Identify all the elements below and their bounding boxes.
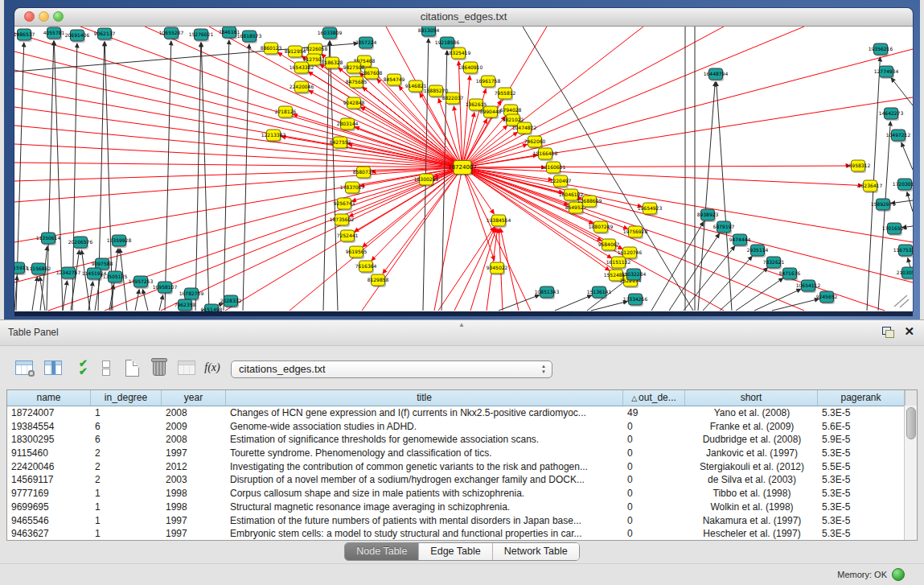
edge[interactable]	[891, 78, 913, 105]
citation-edge[interactable]	[462, 27, 804, 167]
table-row[interactable]: 946362711997Embryonic stem cells: a mode…	[7, 527, 917, 541]
node-label: 9684067	[598, 241, 620, 247]
node-label: 7616364	[355, 263, 377, 269]
node-label: 2867608	[361, 70, 383, 76]
citation-edge[interactable]	[290, 167, 462, 311]
node-label: 16120746	[618, 249, 643, 255]
table-cell: Structural magnetic resonance image aver…	[226, 501, 623, 514]
table-cell: 1998	[162, 501, 226, 514]
table-cell: 49	[623, 406, 685, 420]
table-row[interactable]: 1938455462009Genome-wide association stu…	[7, 420, 917, 434]
citation-edge[interactable]	[14, 51, 462, 167]
edge[interactable]	[195, 43, 201, 311]
node-label: 16818573	[237, 33, 262, 39]
edge[interactable]	[772, 299, 819, 311]
column-header-name[interactable]: name	[7, 390, 91, 406]
citation-edge[interactable]	[462, 167, 611, 258]
table-cell: Yano et al. (2008)	[685, 406, 818, 420]
node-table: namein_degreeyeartitle△out_de...shortpag…	[6, 389, 918, 541]
edge[interactable]	[330, 41, 338, 311]
table-row[interactable]: 977716911998Corpus callosum shape and si…	[7, 487, 917, 501]
panel-drag-handle[interactable]: ▲	[458, 321, 465, 328]
delete-column-icon[interactable]	[148, 357, 170, 378]
table-row[interactable]: 969969511998Structural magnetic resonanc…	[7, 501, 917, 514]
tab-edge-table[interactable]: Edge Table	[419, 543, 492, 560]
table-scrollbar[interactable]	[904, 406, 917, 540]
function-builder-icon[interactable]: f(x)	[201, 357, 224, 378]
node-label: 1486537	[14, 31, 35, 37]
table-panel-header[interactable]: Table Panel ▲ ✕	[0, 319, 924, 346]
node-label: 7462060	[524, 138, 546, 144]
edge[interactable]	[81, 250, 90, 311]
edge[interactable]	[698, 82, 715, 311]
node-label: 2935114	[747, 247, 769, 253]
window-titlebar[interactable]: citations_edges.txt	[14, 8, 913, 27]
edge[interactable]	[32, 277, 37, 311]
citation-edge[interactable]	[161, 167, 462, 311]
table-row[interactable]: 2242004622012Investigating the contribut…	[7, 460, 917, 474]
node-label: 17203016	[893, 181, 913, 187]
tab-network-table[interactable]: Network Table	[493, 543, 579, 560]
network-canvas[interactable]: 8860123891295418226058912750316543382818…	[14, 27, 913, 311]
edge[interactable]	[878, 122, 890, 311]
table-settings-icon[interactable]	[13, 357, 35, 378]
scrollbar-thumb[interactable]	[906, 407, 916, 439]
node-label: 19756928	[623, 229, 648, 234]
edge[interactable]	[243, 44, 249, 311]
table-row[interactable]: 946554611997Estimation of the future num…	[7, 514, 917, 528]
edge[interactable]	[159, 295, 163, 311]
unselect-all-icon[interactable]	[95, 357, 117, 378]
edge[interactable]	[901, 142, 913, 170]
edge[interactable]	[224, 40, 229, 311]
column-header-pagerank[interactable]: pagerank	[818, 390, 905, 406]
citation-edge[interactable]	[462, 166, 850, 167]
show-columns-icon[interactable]	[42, 357, 64, 378]
citation-edge[interactable]	[462, 27, 643, 167]
column-header-year[interactable]: year	[162, 390, 226, 406]
edge[interactable]	[63, 281, 68, 311]
column-header-out_de[interactable]: △out_de...	[623, 390, 685, 406]
edge[interactable]	[907, 192, 913, 212]
node-label: 15958312	[846, 163, 871, 168]
close-panel-icon[interactable]: ✕	[904, 324, 914, 339]
new-column-icon[interactable]	[121, 357, 143, 378]
edge[interactable]	[555, 295, 592, 311]
column-header-title[interactable]: title	[226, 390, 623, 406]
column-header-short[interactable]: short	[685, 390, 818, 406]
node-label: 7252441	[337, 233, 359, 238]
select-all-icon[interactable]: ✔✔	[71, 357, 93, 378]
table-row[interactable]: 1872400712008Changes of HCN gene express…	[7, 406, 917, 420]
edge[interactable]	[499, 295, 540, 311]
node-label: 14642273	[879, 110, 904, 116]
table-row[interactable]: 1830029562008Estimation of significance …	[7, 433, 917, 447]
table-cell: 5.3E-5	[818, 487, 905, 501]
edge[interactable]	[591, 301, 627, 311]
citation-edge[interactable]	[14, 163, 462, 167]
table-selector-dropdown[interactable]: citations_edges.txt ▲▼	[231, 360, 552, 378]
memory-status-indicator[interactable]	[892, 568, 905, 581]
edge[interactable]	[165, 41, 171, 311]
edge[interactable]	[720, 268, 768, 311]
edge[interactable]	[736, 278, 783, 311]
canvas-resize-grip[interactable]	[894, 295, 909, 307]
edge[interactable]	[142, 290, 148, 311]
table-header-row: namein_degreeyeartitle△out_de...shortpag…	[7, 390, 917, 406]
column-header-in_degree[interactable]: in_degree	[91, 390, 162, 406]
table-type-segmented-control: Node Table Edge Table Network Table	[344, 542, 579, 561]
table-row[interactable]: 911546021997Tourette syndrome. Phenomeno…	[7, 447, 917, 460]
citation-edge[interactable]	[462, 167, 610, 270]
node-label: 13505135	[103, 274, 128, 279]
node-label: 19654923	[638, 205, 663, 211]
citation-edge[interactable]	[462, 167, 885, 311]
citation-edge[interactable]	[363, 167, 462, 247]
table-row[interactable]: 1456911722003Disruption of a novel membe…	[7, 473, 917, 487]
citation-edge[interactable]	[434, 167, 462, 311]
edge[interactable]	[135, 290, 139, 311]
edge[interactable]	[717, 82, 732, 311]
node-label: 19218586	[435, 39, 460, 45]
tab-node-table[interactable]: Node Table	[345, 543, 419, 560]
edge[interactable]	[703, 256, 752, 311]
network-graph[interactable]: 8860123891295418226058912750316543382818…	[14, 27, 913, 311]
float-panel-icon[interactable]	[881, 327, 893, 338]
node-label: 22420046	[290, 84, 314, 89]
